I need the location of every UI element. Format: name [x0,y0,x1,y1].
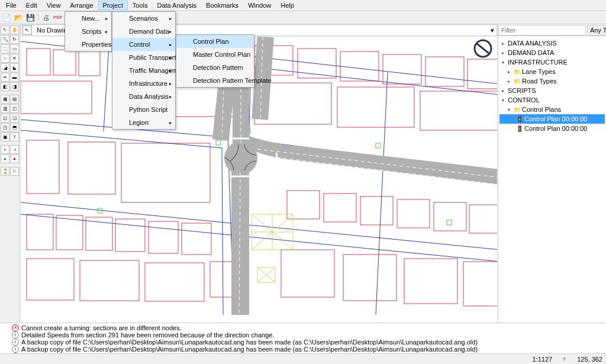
menu-item-public-transport[interactable]: Public Transport▸ [112,51,175,64]
menu-edit[interactable]: Edit [21,1,42,10]
left-tool-strip: ↖✋ 🔍↻ ⬚▭ ○✕ ◢◣ ━▬ ◧◨ ▦▤ ▥◰ ◱◲ ◳⬒ ▣T ▹◃ ●… [0,24,20,323]
folder-icon: 📁 [514,107,522,113]
tree-lane-types[interactable]: ▸📁Lane Types [499,67,605,76]
menu-item-detection-pattern[interactable]: Detection Pattern [176,61,254,74]
tool-20[interactable]: ▹ [1,145,9,154]
tool-pan[interactable]: ✋ [10,25,19,34]
project-tree: ▸DATA ANALYSIS ▸DEMAND DATA ▾INFRASTRUCT… [498,36,606,136]
tree-infrastructure[interactable]: ▾INFRASTRUCTURE [499,57,605,67]
open-icon[interactable]: 📂 [13,12,24,23]
tool-15[interactable]: ◱ [1,114,9,123]
tool-18[interactable]: ⬒ [10,123,19,132]
menu-item-detection-pattern-template[interactable]: Detection Pattern Template [176,74,254,87]
tool-6[interactable]: ◣ [10,63,19,72]
tool-11[interactable]: ▦ [1,95,9,104]
menu-item-python-script[interactable]: Python Script [112,103,175,116]
tree-control-plan-2[interactable]: 🚦Control Plan 00:00:00 [499,124,605,133]
info-icon: i [12,331,19,339]
menu-item-scenarios[interactable]: Scenarios▸ [112,12,175,25]
info-icon: i [12,339,19,346]
svg-rect-13 [426,57,464,86]
tool-7[interactable]: ━ [1,73,9,82]
new-icon[interactable]: 📄 [1,12,12,23]
tool-3[interactable]: ○ [1,54,9,63]
svg-rect-31 [324,194,356,222]
svg-rect-34 [434,202,466,231]
new-submenu: Scenarios▸ Demand Data▸ Control▸ Public … [112,11,176,130]
tool-25[interactable]: ⚐ [10,167,19,176]
menu-item-infrastructure[interactable]: Infrastructure▸ [112,77,175,90]
tool-select[interactable]: ↖ [1,25,9,34]
tree-road-types[interactable]: ▸📁Road Types [499,76,605,86]
menu-window[interactable]: Window [243,1,276,10]
log-line: Cannot create a turning: sections are in… [21,324,182,331]
signal-icon: 🚦 [516,116,524,123]
log-line: Detailed Speeds from section 291 have be… [21,331,274,339]
pdf-icon[interactable]: PDF [53,12,63,23]
pointer-icon[interactable]: ↖ [22,25,32,35]
tree-control-plans[interactable]: ▾📁Control Plans [499,105,605,114]
tool-14[interactable]: ◰ [10,104,19,113]
print-icon[interactable]: 🖨 [41,12,51,23]
tree-demand-data[interactable]: ▸DEMAND DATA [499,48,605,57]
tool-24[interactable]: ⌛ [1,167,9,176]
menu-item-traffic-management[interactable]: Traffic Management▸ [112,64,175,77]
folder-icon: 📁 [514,78,522,85]
tool-5[interactable]: ◢ [1,63,9,72]
menu-data-analysis[interactable]: Data Analysis [152,1,201,10]
tool-8[interactable]: ▬ [10,73,19,82]
menu-item-new[interactable]: New...▸ [65,12,111,25]
tree-scripts[interactable]: ▸SCRIPTS [499,86,605,95]
svg-rect-14 [468,59,497,89]
tool-9[interactable]: ◧ [1,82,9,91]
tool-1[interactable]: ⬚ [1,44,9,53]
menu-item-master-control-plan[interactable]: Master Control Plan [176,48,254,61]
menu-project[interactable]: Project [98,1,128,10]
tool-21[interactable]: ◃ [10,145,19,154]
tool-text[interactable]: T [10,133,19,141]
svg-rect-1 [53,50,76,75]
tool-rotate[interactable]: ↻ [10,35,19,44]
tool-13[interactable]: ▥ [1,104,9,113]
menu-item-properties[interactable]: Properties... [65,38,111,51]
drawing-mode-dropdown-icon[interactable]: ▾ [488,27,497,34]
save-icon[interactable]: 💾 [25,12,36,23]
svg-rect-17 [420,91,497,130]
menu-file[interactable]: File [1,1,21,10]
filter-input[interactable] [498,25,586,36]
menu-bookmarks[interactable]: Bookmarks [201,1,243,10]
tool-zoom[interactable]: 🔍 [1,35,9,44]
tool-2[interactable]: ▭ [10,44,19,53]
tool-17[interactable]: ◳ [1,123,9,132]
svg-rect-11 [340,51,379,81]
menu-view[interactable]: View [42,1,66,10]
tool-23[interactable]: ● [10,154,19,163]
tree-control-plan-1[interactable]: 🚦Control Plan 00:00:00 [499,114,605,124]
tool-10[interactable]: ◨ [10,82,19,91]
svg-rect-37 [343,255,397,301]
svg-rect-33 [397,199,430,228]
menu-tools[interactable]: Tools [128,1,153,10]
tree-data-analysis[interactable]: ▸DATA ANALYSIS [499,38,605,48]
status-bar: 1:1127 ▾ 125, 362 [0,353,606,364]
menu-item-demand-data[interactable]: Demand Data▸ [112,25,175,38]
menu-item-control-plan[interactable]: Control Plan [176,35,254,48]
menu-help[interactable]: Help [276,1,299,10]
tool-16[interactable]: ◲ [10,114,19,123]
tree-control[interactable]: ▾CONTROL [499,95,605,105]
type-filter-select[interactable]: Any Type [587,25,606,36]
tool-12[interactable]: ▤ [10,95,19,104]
svg-rect-39 [463,262,497,306]
menu-item-control[interactable]: Control▸ [112,38,175,51]
tool-22[interactable]: ● [1,154,9,163]
menu-item-data-analysis-sub[interactable]: Data Analysis▸ [112,90,175,103]
folder-icon: 📁 [514,69,522,75]
menu-item-legion[interactable]: Legion▸ [112,116,175,129]
menu-bar: File Edit View Arrange Project Tools Dat… [0,0,606,11]
tool-19[interactable]: ▣ [1,133,9,141]
menu-arrange[interactable]: Arrange [65,1,98,10]
svg-rect-26 [182,223,211,255]
svg-rect-27 [27,259,74,300]
tool-4[interactable]: ✕ [10,54,19,63]
menu-item-scripts[interactable]: Scripts▸ [65,25,111,38]
